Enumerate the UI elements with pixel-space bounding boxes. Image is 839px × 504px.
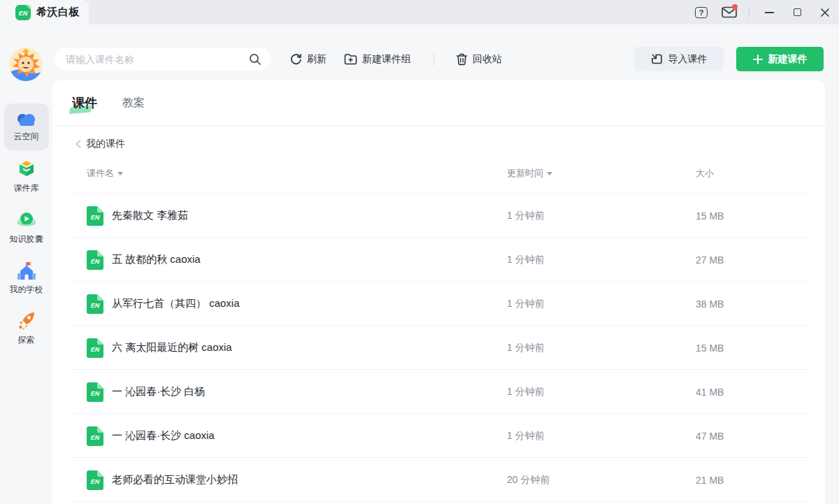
en-file-icon: EN: [87, 470, 103, 490]
new-courseware-button[interactable]: 新建课件: [736, 47, 824, 71]
en-file-icon: EN: [87, 426, 103, 446]
file-name-cell: EN 从军行七首（其四） caoxia: [87, 294, 507, 314]
svg-text:EN: EN: [91, 478, 100, 485]
table-row[interactable]: EN 六 离太阳最近的树 caoxia 1 分钟前 15 MB: [52, 326, 825, 370]
file-size: 27 MB: [696, 254, 825, 266]
refresh-label: 刷新: [307, 53, 327, 66]
table-row[interactable]: EN 一 沁园春·长沙 caoxia 1 分钟前 47 MB: [52, 414, 825, 458]
updated-time: 20 分钟前: [507, 474, 696, 487]
chevron-left-icon: [76, 140, 81, 148]
new-group-button[interactable]: 新建课件组: [344, 48, 411, 71]
close-icon: [820, 8, 830, 17]
file-size: 41 MB: [696, 387, 825, 398]
file-size: 47 MB: [696, 431, 825, 442]
titlebar: EN 希沃白板 ?: [0, 0, 839, 24]
sidebar-item-explore[interactable]: 探索: [4, 305, 49, 352]
en-file-icon: EN: [87, 206, 103, 226]
sort-caret-icon: [547, 172, 552, 175]
refresh-icon: [290, 53, 302, 65]
rocket-icon: [16, 310, 37, 331]
file-name-cell: EN 六 离太阳最近的树 caoxia: [87, 338, 507, 358]
file-name-cell: EN 一 沁园春·长沙 caoxia: [87, 426, 507, 446]
breadcrumb[interactable]: 我的课件: [52, 126, 825, 152]
header-name[interactable]: 课件名: [87, 167, 507, 180]
svg-text:EN: EN: [91, 302, 100, 309]
updated-time: 1 分钟前: [507, 342, 696, 354]
import-courseware-label: 导入课件: [668, 53, 708, 66]
maximize-button[interactable]: [783, 0, 811, 24]
file-size: 38 MB: [696, 298, 825, 310]
recycle-bin-label: 回收站: [473, 53, 502, 66]
new-courseware-label: 新建课件: [768, 53, 808, 66]
table-row[interactable]: EN 从军行七首（其四） caoxia 1 分钟前 38 MB: [52, 282, 825, 326]
file-size: 21 MB: [696, 475, 825, 486]
import-icon: [651, 53, 663, 65]
file-name-cell: EN 先秦散文 李雅茹: [87, 206, 507, 226]
table-row[interactable]: EN 一 沁园春·长沙 白杨 1 分钟前 41 MB: [52, 370, 825, 414]
minimize-button[interactable]: [755, 0, 783, 24]
import-courseware-button[interactable]: 导入课件: [634, 47, 724, 71]
file-title: 先秦散文 李雅茹: [112, 209, 188, 222]
file-title: 六 离太阳最近的树 caoxia: [112, 341, 232, 354]
updated-time: 1 分钟前: [507, 254, 696, 266]
file-name-cell: EN 老师必看的互动课堂小妙招: [87, 470, 507, 490]
updated-time: 1 分钟前: [507, 386, 696, 398]
file-title: 从军行七首（其四） caoxia: [112, 297, 240, 310]
notification-dot: [732, 4, 738, 10]
search-icon[interactable]: [249, 53, 261, 66]
search-bar: [55, 48, 271, 71]
updated-time: 1 分钟前: [507, 298, 696, 310]
breadcrumb-label: 我的课件: [86, 138, 125, 150]
sidebar: 云空间 课件库 知识胶囊 我的学校: [0, 80, 52, 504]
new-group-label: 新建课件组: [362, 53, 411, 66]
file-title: 老师必看的互动课堂小妙招: [112, 473, 238, 487]
tab-label: 教案: [122, 96, 145, 108]
sidebar-item-cloud-space[interactable]: 云空间: [4, 103, 49, 150]
sidebar-item-knowledge-capsule[interactable]: 知识胶囊: [4, 204, 49, 251]
recycle-bin-button[interactable]: 回收站: [456, 48, 502, 71]
table-row[interactable]: EN 先秦散文 李雅茹 1 分钟前 15 MB: [52, 194, 825, 238]
updated-time: 1 分钟前: [507, 210, 696, 222]
sidebar-item-label: 课件库: [14, 182, 39, 194]
school-icon: [16, 261, 37, 281]
search-input[interactable]: [66, 54, 249, 65]
en-file-icon: EN: [87, 294, 103, 314]
toolbar: 刷新 新建课件组 回收站 导入课件 新建课件: [0, 24, 839, 80]
content-tabs: 课件 教案: [52, 80, 825, 126]
sort-caret-icon: [117, 172, 123, 175]
sidebar-item-my-school[interactable]: 我的学校: [4, 254, 49, 301]
svg-text:EN: EN: [91, 434, 100, 441]
svg-text:EN: EN: [91, 214, 100, 221]
table-row[interactable]: EN 五 故都的秋 caoxia 1 分钟前 27 MB: [52, 238, 825, 282]
minimize-icon: [765, 12, 774, 13]
user-avatar[interactable]: [9, 48, 43, 81]
trash-icon: [456, 53, 468, 66]
sidebar-item-courseware-library[interactable]: 课件库: [4, 154, 49, 201]
table-header: 课件名 更新时间 大小: [52, 152, 825, 194]
plus-icon: [753, 55, 763, 64]
en-file-icon: EN: [87, 382, 103, 402]
refresh-button[interactable]: 刷新: [290, 48, 327, 71]
table-row[interactable]: EN 老师必看的互动课堂小妙招 20 分钟前 21 MB: [52, 458, 825, 502]
sidebar-item-label: 探索: [18, 334, 35, 346]
library-icon: [16, 160, 37, 180]
mail-button[interactable]: [715, 0, 743, 24]
main-content-card: 课件 教案 我的课件 课件名 更新时间 大小 EN: [52, 80, 825, 504]
header-size[interactable]: 大小: [696, 167, 825, 180]
close-button[interactable]: [811, 0, 839, 24]
cloud-icon: [15, 111, 38, 128]
toolbar-separator: [433, 52, 434, 66]
titlebar-separator: [749, 7, 750, 18]
header-updated[interactable]: 更新时间: [507, 167, 696, 180]
folder-plus-icon: [344, 53, 357, 65]
file-title: 一 沁园春·长沙 白杨: [112, 385, 205, 398]
tab-courseware[interactable]: 课件: [72, 94, 97, 111]
sidebar-item-label: 知识胶囊: [10, 233, 43, 245]
app-tab[interactable]: EN 希沃白板: [0, 0, 89, 24]
tab-lesson-plan[interactable]: 教案: [122, 96, 145, 110]
sidebar-item-label: 云空间: [14, 131, 39, 143]
capsule-icon: [15, 210, 38, 231]
file-title: 一 沁园春·长沙 caoxia: [112, 429, 215, 442]
help-button[interactable]: ?: [687, 0, 715, 24]
file-name-cell: EN 一 沁园春·长沙 白杨: [87, 382, 507, 402]
